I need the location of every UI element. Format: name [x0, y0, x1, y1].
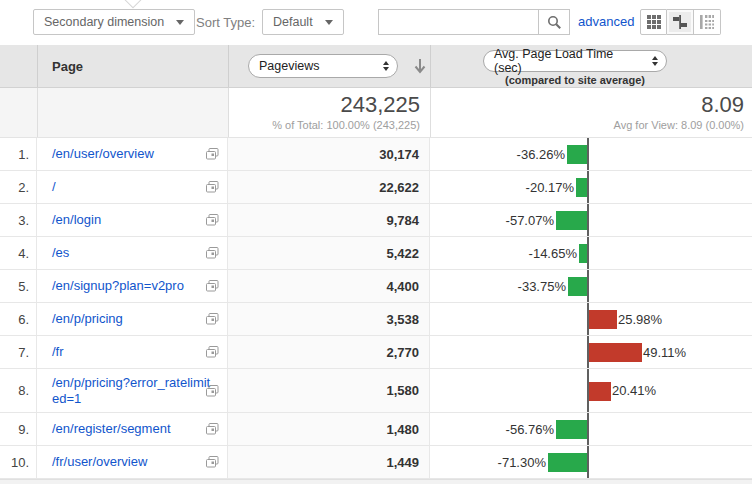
pivot-view-button[interactable]: [694, 9, 721, 35]
comparison-cell: -57.07%: [430, 204, 752, 236]
search-button[interactable]: [538, 9, 570, 35]
comparison-axis: [587, 270, 589, 302]
chevron-down-icon: [325, 20, 333, 25]
open-in-new-window-icon[interactable]: [206, 423, 219, 435]
row-rank: 9.: [0, 413, 37, 445]
comparison-percent: -33.75%: [518, 270, 566, 302]
open-in-new-window-icon[interactable]: [206, 385, 219, 397]
row-rank: 6.: [0, 303, 37, 335]
comparison-icon: [673, 15, 687, 29]
pageviews-total: 243,225: [228, 92, 420, 118]
view-toggle-group: [640, 9, 721, 35]
open-in-new-window-icon[interactable]: [206, 280, 219, 292]
toolbar: Secondary dimension Sort Type: Default a…: [0, 0, 752, 45]
comparison-cell: -36.26%: [430, 138, 752, 170]
search-input[interactable]: [378, 9, 538, 35]
pageviews-cell: 4,400: [228, 270, 430, 302]
comparison-view-button[interactable]: [667, 9, 694, 35]
page-link[interactable]: /: [52, 179, 212, 195]
open-in-new-window-icon[interactable]: [206, 456, 219, 468]
open-in-new-window-icon[interactable]: [206, 181, 219, 193]
comparison-axis: [587, 237, 589, 269]
open-in-new-window-icon[interactable]: [206, 148, 219, 160]
page-link[interactable]: /en/signup?plan=v2pro: [52, 278, 212, 294]
row-rank: 3.: [0, 204, 37, 236]
pivot-icon: [700, 15, 714, 29]
advanced-search-link[interactable]: advanced: [578, 14, 634, 29]
summary-row: 243,225 % of Total: 100.00% (243,225) 8.…: [0, 88, 752, 138]
table-row: 2. / 22,622 -20.17%: [0, 171, 752, 204]
pageviews-total-note: % of Total: 100.00% (243,225): [228, 119, 420, 131]
column-divider: [228, 45, 229, 87]
metric-select[interactable]: Pageviews: [248, 54, 398, 78]
page-cell: /: [37, 171, 228, 203]
comparison-percent: -56.76%: [506, 413, 554, 445]
page-link[interactable]: /fr: [52, 344, 212, 360]
table-row: 1. /en/user/overview 30,174 -36.26%: [0, 138, 752, 171]
row-rank: 5.: [0, 270, 37, 302]
comparison-note: (compared to site average): [430, 74, 720, 86]
open-in-new-window-icon[interactable]: [206, 247, 219, 259]
table-header: Page Pageviews Avg. Page Load Time (sec)…: [0, 45, 752, 88]
open-in-new-window-icon[interactable]: [206, 313, 219, 325]
pageviews-cell: 1,480: [228, 413, 430, 445]
comparison-axis: [587, 204, 589, 236]
page-link[interactable]: /en/login: [52, 212, 212, 228]
comparison-cell: -20.17%: [430, 171, 752, 203]
page-cell: /fr/user/overview: [37, 446, 228, 478]
page-link[interactable]: /en/register/segment: [52, 421, 212, 437]
comparison-axis: [587, 446, 589, 478]
comparison-bar: [576, 178, 587, 197]
comparison-percent: 25.98%: [618, 303, 662, 335]
page-link[interactable]: /en/user/overview: [52, 146, 212, 162]
pageviews-cell: 30,174: [228, 138, 430, 170]
page-link[interactable]: /fr/user/overview: [52, 454, 212, 470]
secondary-dimension-button[interactable]: Secondary dimension: [33, 9, 195, 35]
comparison-bar: [556, 211, 587, 230]
page-link[interactable]: /es: [52, 245, 212, 261]
table-row: 6. /en/p/pricing 3,538 25.98%: [0, 303, 752, 336]
row-rank: 4.: [0, 237, 37, 269]
open-in-new-window-icon[interactable]: [206, 346, 219, 358]
analytics-comparison-report: Secondary dimension Sort Type: Default a…: [0, 0, 752, 484]
column-divider: [37, 45, 38, 87]
sort-type-button[interactable]: Default: [262, 9, 344, 35]
avg-load-time-value: 8.09: [430, 92, 744, 118]
page-cell: /fr: [37, 336, 228, 368]
open-in-new-window-icon[interactable]: [206, 214, 219, 226]
column-divider: [37, 88, 38, 137]
row-rank: 2.: [0, 171, 37, 203]
comparison-percent: -57.07%: [506, 204, 554, 236]
comparison-percent: 49.11%: [643, 336, 686, 368]
table-body: 1. /en/user/overview 30,174 -36.26% 2. /: [0, 138, 752, 479]
comparison-cell: -56.76%: [430, 413, 752, 445]
comparison-bar: [579, 244, 587, 263]
table-view-button[interactable]: [640, 9, 667, 35]
pageviews-total-cell: 243,225 % of Total: 100.00% (243,225): [228, 92, 420, 131]
select-arrows-icon: [383, 61, 389, 71]
comparison-axis: [587, 413, 589, 445]
pageviews-cell: 22,622: [228, 171, 430, 203]
page-cell: /en/register/segment: [37, 413, 228, 445]
select-arrows-icon: [652, 56, 658, 66]
comparison-axis: [587, 171, 589, 203]
metric-select-value: Pageviews: [259, 59, 319, 73]
row-rank: 1.: [0, 138, 37, 170]
sort-descending-icon[interactable]: [413, 58, 427, 74]
table-row: 3. /en/login 9,784 -57.07%: [0, 204, 752, 237]
pageviews-cell: 1,580: [228, 369, 430, 412]
page-cell: /en/user/overview: [37, 138, 228, 170]
comparison-bar: [589, 310, 617, 329]
table-row: 5. /en/signup?plan=v2pro 4,400 -33.75%: [0, 270, 752, 303]
tab-caret: [125, 0, 142, 8]
page-cell: /en/p/pricing: [37, 303, 228, 335]
pageviews-cell: 9,784: [228, 204, 430, 236]
comparison-bar: [589, 382, 611, 401]
page-link[interactable]: /en/p/pricing?error_ratelimited=1: [52, 375, 212, 407]
page-link[interactable]: /en/p/pricing: [52, 311, 212, 327]
comparison-cell: 20.41%: [430, 369, 752, 412]
comparison-percent: -71.30%: [498, 446, 546, 478]
comparison-bar: [567, 145, 587, 164]
comparison-select-value: Avg. Page Load Time (sec): [494, 47, 644, 75]
comparison-metric-select[interactable]: Avg. Page Load Time (sec): [483, 50, 667, 72]
